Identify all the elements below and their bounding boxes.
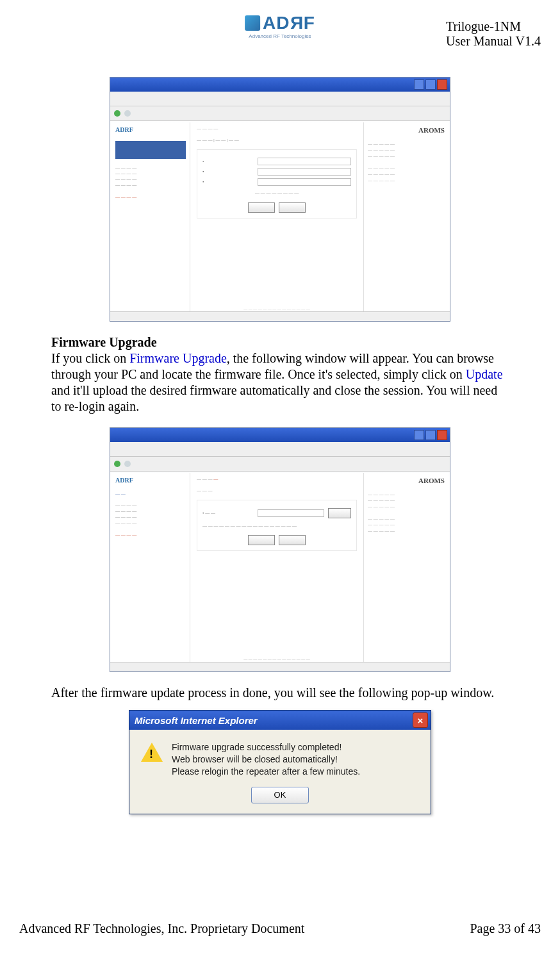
dialog-title-text: Microsoft Internet Explorer — [135, 715, 258, 726]
link-firmware-upgrade: Firmware Upgrade — [129, 351, 227, 365]
footer-left: Advanced RF Technologies, Inc. Proprieta… — [19, 921, 304, 936]
shot2-content: ADRF — — — — — —— — — —— — — —— — — — — … — [111, 473, 449, 662]
shot1-apply-button — [248, 202, 275, 213]
dialog-body: Firmware upgrade successfully completed!… — [129, 730, 431, 787]
page-header: ADRF Advanced RF Technologies Trilogue-1… — [19, 13, 541, 64]
shot1-cancel-button — [279, 202, 306, 213]
dialog-firmware-complete: Microsoft Internet Explorer × Firmware u… — [129, 710, 431, 814]
dialog-titlebar: Microsoft Internet Explorer × — [129, 711, 431, 730]
dialog-line1: Firmware upgrade successfully completed! — [172, 741, 360, 753]
shot2-form-panel: • — — — — — — — — — — — — — — — — — — — — [197, 500, 357, 551]
shot2-footer: — — — — — — — — — — — — — — — [188, 657, 365, 661]
shot1-sidebar-box — [115, 141, 186, 159]
dialog-message: Firmware upgrade successfully completed!… — [172, 741, 360, 778]
page-footer: Advanced RF Technologies, Inc. Proprieta… — [19, 921, 541, 936]
shot2-logo: ADRF — [115, 477, 186, 484]
shot1-tabs: — — — — — [197, 126, 357, 131]
minimize-icon — [414, 79, 424, 90]
dialog-line3: Please relogin the repeater after a few … — [172, 766, 360, 778]
section-title: Firmware Upgrade — [51, 335, 157, 349]
shot2-file-input — [258, 509, 324, 517]
shot2-browse-button — [328, 508, 351, 518]
shot1-content: ADRF — — — —— — — —— — — —— — — — — — — … — [111, 122, 449, 312]
shot2-update-button — [248, 535, 275, 545]
shot2-cancel-button — [279, 535, 306, 545]
shot1-right-text: — — — — —— — — — —— — — — —— — — — —— — … — [368, 142, 445, 184]
shot1-titlebar — [110, 78, 450, 92]
link-update: Update — [466, 367, 503, 381]
shot1-menubar — [110, 92, 450, 106]
close-icon — [437, 79, 447, 90]
shot1-footer: — — — — — — — — — — — — — — — [188, 307, 365, 311]
section-after-update: After the firmware update process in don… — [51, 685, 509, 701]
shot1-panel-title: — — — | — — | — — — [197, 138, 357, 143]
logo: ADRF Advanced RF Technologies — [245, 13, 315, 39]
footer-right: Page 33 of 43 — [470, 921, 541, 936]
shot2-aroms-label: AROMS — [368, 477, 445, 484]
logo-text: ADRF — [263, 13, 315, 33]
dialog-button-row: OK — [129, 787, 431, 814]
doc-title: Trilogue-1NM — [446, 19, 541, 34]
close-icon — [437, 430, 447, 440]
shot2-sidebar-link2: — — — — — [115, 532, 186, 538]
shot1-statusbar — [110, 311, 450, 321]
page: ADRF Advanced RF Technologies Trilogue-1… — [0, 0, 560, 954]
shot2-tabs: — — — — — [197, 477, 357, 482]
shot2-titlebar — [110, 428, 450, 442]
shot2-sidebar-text: — — — —— — — —— — — —— — — — — [115, 503, 186, 526]
shot2-toolbar — [110, 457, 450, 472]
para1-a: If you click on — [51, 351, 129, 365]
logo-mark-icon — [245, 15, 260, 31]
dialog-line2: Web browser will be closed automatically… — [172, 753, 360, 766]
shot2-right-text: — — — — —— — — — —— — — — —— — — — —— — … — [368, 492, 445, 534]
back-icon — [114, 110, 120, 117]
section-firmware-upgrade: Firmware Upgrade If you click on Firmwar… — [51, 334, 509, 415]
para2: After the firmware update process in don… — [51, 686, 494, 700]
maximize-icon — [425, 79, 436, 90]
doc-version: User Manual V1.4 — [446, 34, 541, 49]
shot2-menubar — [110, 442, 450, 457]
shot1-sidebar-text: — — — —— — — —— — — —— — — — — [115, 165, 186, 188]
shot2-statusbar — [110, 662, 450, 671]
shot2-sidebar-link: — — — [115, 491, 186, 497]
forward-icon — [124, 461, 131, 467]
header-right: Trilogue-1NM User Manual V1.4 — [446, 19, 541, 49]
shot1-aroms-label: AROMS — [368, 126, 445, 134]
shot1-toolbar — [110, 106, 450, 121]
screenshot-account-management: ADRF — — — —— — — —— — — —— — — — — — — … — [110, 77, 450, 322]
screenshot-firmware-upgrade: ADRF — — — — — —— — — —— — — —— — — — — … — [110, 427, 450, 672]
forward-icon — [124, 110, 131, 117]
shot1-sidebar-link: — — — — — [115, 195, 186, 200]
warning-icon — [141, 743, 163, 762]
para1-c: and it'll upload the desired firmware au… — [51, 383, 497, 413]
dialog-ok-button[interactable]: OK — [251, 787, 309, 803]
dialog-close-button[interactable]: × — [413, 712, 428, 728]
back-icon — [114, 461, 120, 467]
shot2-panel-title: — — — — [197, 488, 357, 493]
logo-subtitle: Advanced RF Technologies — [245, 33, 315, 39]
maximize-icon — [425, 430, 436, 440]
minimize-icon — [414, 430, 424, 440]
shot1-logo: ADRF — [115, 126, 186, 133]
shot1-form-panel: • • • — — — — — — — — — [197, 149, 357, 218]
